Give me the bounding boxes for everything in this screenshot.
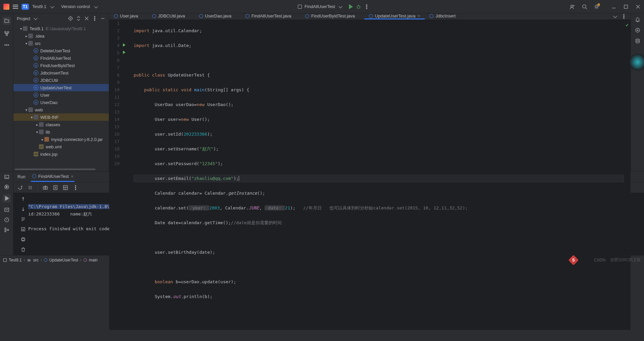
tree-row[interactable]: CUserDao xyxy=(13,99,109,106)
vcs-menu[interactable]: Version control xyxy=(61,4,90,9)
hide-icon[interactable] xyxy=(100,16,105,21)
svg-rect-24 xyxy=(5,175,9,179)
class-icon xyxy=(114,14,118,18)
export-icon[interactable] xyxy=(53,185,58,190)
tree-row[interactable]: web xyxy=(13,106,109,113)
collab-icon[interactable] xyxy=(570,4,575,9)
breadcrumb[interactable]: Test9.1› 🖿 src› UpdateUserTest› main xyxy=(3,258,98,262)
close-icon[interactable] xyxy=(635,4,641,9)
debug-icon[interactable] xyxy=(356,4,361,9)
project-tree[interactable]: Test9.1E:\Javastudy\Test9.1.ideasrcCDele… xyxy=(13,23,109,168)
services-icon[interactable] xyxy=(4,184,9,190)
down-icon[interactable] xyxy=(20,206,26,212)
more-icon[interactable] xyxy=(364,4,369,9)
editor-tab[interactable]: JdbcInsert× xyxy=(425,13,465,19)
tree-row[interactable]: Test9.1E:\Javastudy\Test9.1 xyxy=(13,25,109,32)
run-gutter-icon[interactable] xyxy=(123,43,126,47)
project-panel: Project Test9.1E:\Javastudy\Test9.1.idea… xyxy=(13,13,109,171)
tree-row[interactable]: .idea xyxy=(13,32,109,40)
editor-tab[interactable]: FindUserByIdTest.java× xyxy=(301,13,364,19)
scroll-icon[interactable] xyxy=(20,227,26,232)
run-icon[interactable] xyxy=(348,4,353,9)
menu-icon[interactable] xyxy=(13,5,18,9)
check-icon[interactable]: ✔ xyxy=(624,20,631,29)
h-scrollbar[interactable] xyxy=(15,168,107,171)
project-name[interactable]: Test9.1 xyxy=(32,4,46,9)
svg-point-30 xyxy=(7,229,9,231)
editor-tab[interactable]: FindAllUserTest.java× xyxy=(241,13,301,19)
collapse-icon[interactable] xyxy=(84,16,89,21)
class-icon: C xyxy=(34,70,38,75)
editor-tab[interactable]: JDBCUtil.java× xyxy=(147,13,194,19)
build-icon[interactable] xyxy=(4,207,9,212)
ai-icon[interactable] xyxy=(635,28,640,33)
tree-row[interactable]: classes xyxy=(13,121,109,128)
vcs-icon[interactable] xyxy=(4,227,9,233)
notifications-icon[interactable] xyxy=(635,17,640,22)
class-icon xyxy=(32,174,36,178)
chevron-down-icon[interactable] xyxy=(50,4,54,8)
tree-row[interactable]: lib xyxy=(13,128,109,136)
run-tab[interactable]: FindAllUserTest × xyxy=(31,172,75,182)
folder-icon xyxy=(28,107,33,112)
svg-point-37 xyxy=(75,187,76,188)
editor-tab[interactable]: UpdateUserTest.java× xyxy=(364,13,425,19)
tree-row[interactable]: mysql-connector-j-8.2.0.jar xyxy=(13,136,109,143)
terminal-icon[interactable] xyxy=(4,174,9,180)
database-icon[interactable] xyxy=(635,38,640,44)
editor-tab[interactable]: UserDao.java× xyxy=(194,13,241,19)
stop-icon[interactable] xyxy=(28,185,33,190)
svg-rect-32 xyxy=(43,187,47,189)
tree-row[interactable]: CFindAllUserTest xyxy=(13,54,109,62)
more-icon[interactable] xyxy=(621,14,627,19)
wrap-icon[interactable] xyxy=(20,216,26,222)
tree-label: lib xyxy=(46,130,50,135)
tree-row[interactable]: CUpdateUserTest xyxy=(13,84,109,91)
structure-icon[interactable] xyxy=(4,31,9,36)
minimize-icon[interactable] xyxy=(611,4,616,9)
problems-icon[interactable] xyxy=(4,217,9,223)
more-icon[interactable] xyxy=(73,185,78,190)
tree-row[interactable]: src xyxy=(13,40,109,47)
layout-icon[interactable] xyxy=(63,185,68,190)
svg-point-13 xyxy=(8,45,8,45)
up-icon[interactable] xyxy=(20,196,26,202)
settings-icon[interactable] xyxy=(594,4,599,9)
camera-icon[interactable] xyxy=(43,185,48,190)
run-gutter-icon[interactable] xyxy=(123,51,126,54)
more-tools-icon[interactable] xyxy=(4,42,9,48)
editor-tab[interactable]: User.java× xyxy=(109,13,147,19)
tree-row[interactable]: CFindUserByIdTest xyxy=(13,62,109,69)
gutter: 1234567891011121314151617181920 xyxy=(109,20,128,330)
close-icon[interactable]: × xyxy=(71,174,74,179)
tree-row[interactable]: CJDBCUtil xyxy=(13,77,109,84)
svg-point-36 xyxy=(75,185,76,186)
trash-icon[interactable] xyxy=(20,247,26,252)
jsp-icon: JSP xyxy=(34,152,38,156)
tree-row[interactable]: CUser xyxy=(13,91,109,99)
search-icon[interactable] xyxy=(582,4,587,9)
svg-point-21 xyxy=(624,18,624,18)
close-icon[interactable]: × xyxy=(417,13,420,18)
tree-row[interactable]: JSPindex.jsp xyxy=(13,150,109,158)
class-icon: C xyxy=(34,63,38,68)
chevron-down-icon[interactable] xyxy=(34,16,38,20)
code-editor[interactable]: import java.util.Calendar; import java.u… xyxy=(128,20,624,330)
maximize-icon[interactable] xyxy=(623,4,629,9)
svg-point-5 xyxy=(583,5,586,8)
chevron-down-icon[interactable] xyxy=(613,14,617,18)
more-icon[interactable] xyxy=(92,16,97,21)
expand-icon[interactable] xyxy=(76,16,81,21)
rerun-icon[interactable] xyxy=(17,185,23,190)
run-config[interactable]: FindAllUserTest xyxy=(305,4,335,9)
tree-row[interactable]: CJdbcInsertTest xyxy=(13,69,109,77)
tree-row[interactable]: CDeleteUserTest xyxy=(13,47,109,54)
chevron-down-icon[interactable] xyxy=(338,4,342,8)
svg-point-16 xyxy=(94,16,95,17)
project-tool-icon[interactable] xyxy=(3,17,11,25)
run-tool-icon[interactable] xyxy=(3,194,11,202)
print-icon[interactable] xyxy=(20,237,26,242)
locate-icon[interactable] xyxy=(68,16,73,21)
tree-row[interactable]: WEB-INF xyxy=(13,113,109,121)
tree-row[interactable]: <>web.xml xyxy=(13,143,109,150)
